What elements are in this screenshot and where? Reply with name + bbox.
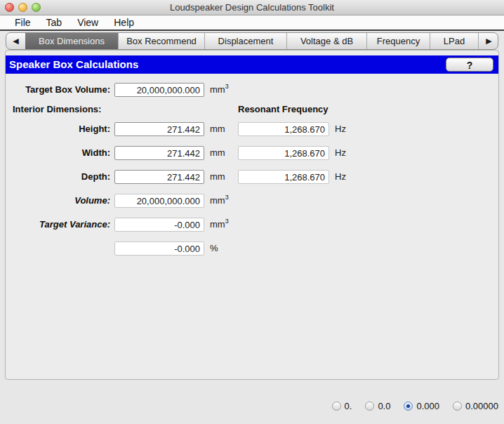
radio-icon[interactable] <box>453 402 462 411</box>
precision-option-3[interactable]: 0.00000 <box>453 401 498 411</box>
tab-displacement[interactable]: Displacement <box>204 33 286 49</box>
interior-dimensions-heading: Interior Dimensions: <box>13 102 101 117</box>
height-frequency-unit: Hz <box>335 122 346 136</box>
resonant-frequency-heading: Resonant Frequency <box>238 102 329 117</box>
target-variance-label: Target Variance: <box>6 218 110 232</box>
tab-lpad[interactable]: LPad <box>430 33 478 49</box>
titlebar: Loudspeaker Design Calculations Toolkit <box>0 0 504 15</box>
precision-option-3-label: 0.00000 <box>465 401 498 411</box>
section-header-row: Interior Dimensions: Resonant Frequency <box>6 102 498 117</box>
target-box-volume-row: Target Box Volume: mm3 <box>6 83 498 97</box>
target-box-volume-input[interactable] <box>114 83 204 97</box>
volume-label: Volume: <box>6 194 110 208</box>
width-unit: mm <box>210 146 225 160</box>
height-label: Height: <box>6 122 110 136</box>
target-box-volume-unit: mm3 <box>210 83 229 97</box>
precision-option-1-label: 0.0 <box>378 401 390 411</box>
tab-frequency[interactable]: Frequency <box>366 33 430 49</box>
depth-frequency-unit: Hz <box>335 170 346 184</box>
panel-title: Speaker Box Calculations <box>9 55 138 74</box>
box-dimensions-panel: Speaker Box Calculations ? Target Box Vo… <box>5 50 499 380</box>
depth-frequency-field[interactable] <box>238 170 329 184</box>
variance-percent-row: % <box>6 241 498 256</box>
target-variance-field[interactable] <box>114 218 204 232</box>
app-window: Loudspeaker Design Calculations Toolkit … <box>0 0 504 424</box>
height-frequency-field[interactable] <box>238 122 329 136</box>
precision-option-0-label: 0. <box>345 401 352 411</box>
window-title: Loudspeaker Design Calculations Toolkit <box>0 0 504 15</box>
menu-file[interactable]: File <box>7 15 39 29</box>
width-label: Width: <box>6 146 110 160</box>
help-button[interactable]: ? <box>446 58 493 72</box>
height-unit: mm <box>210 122 225 136</box>
tab-voltage-db[interactable]: Voltage & dB <box>286 33 366 49</box>
volume-field[interactable] <box>114 194 204 208</box>
target-variance-unit: mm3 <box>210 218 229 232</box>
precision-option-2-label: 0.000 <box>416 401 439 411</box>
variance-percent-field[interactable] <box>114 241 204 256</box>
panel-header: Speaker Box Calculations ? <box>6 55 498 74</box>
menu-help[interactable]: Help <box>106 15 142 29</box>
width-input[interactable] <box>114 146 204 160</box>
precision-footer: 0. 0.0 0.000 0.00000 <box>0 395 498 416</box>
radio-selected-icon[interactable] <box>404 402 413 411</box>
volume-unit: mm3 <box>210 194 229 208</box>
menu-tab[interactable]: Tab <box>39 15 70 29</box>
target-box-volume-label: Target Box Volume: <box>6 83 110 97</box>
depth-row: Depth: mm Hz <box>6 170 498 184</box>
tab-box-recommend[interactable]: Box Recommend <box>118 33 204 49</box>
precision-option-0[interactable]: 0. <box>332 401 352 411</box>
tab-bar: ◀ Box Dimensions Box Recommend Displacem… <box>6 32 498 50</box>
height-input[interactable] <box>114 122 204 136</box>
height-row: Height: mm Hz <box>6 122 498 136</box>
target-variance-row: Target Variance: mm3 <box>6 218 498 232</box>
depth-input[interactable] <box>114 170 204 184</box>
volume-row: Volume: mm3 <box>6 194 498 208</box>
variance-percent-unit: % <box>210 241 218 256</box>
width-frequency-unit: Hz <box>335 146 346 160</box>
width-row: Width: mm Hz <box>6 146 498 160</box>
tab-scroll-left-icon[interactable]: ◀ <box>6 33 25 49</box>
depth-unit: mm <box>210 170 225 184</box>
radio-icon[interactable] <box>332 402 341 411</box>
precision-option-2[interactable]: 0.000 <box>404 401 439 411</box>
tab-box-dimensions[interactable]: Box Dimensions <box>25 33 118 49</box>
depth-label: Depth: <box>6 170 110 184</box>
tab-scroll-right-icon[interactable]: ▶ <box>478 33 498 49</box>
radio-icon[interactable] <box>365 402 374 411</box>
menubar: File Tab View Help <box>0 15 504 31</box>
precision-option-1[interactable]: 0.0 <box>365 401 390 411</box>
menu-view[interactable]: View <box>69 15 106 29</box>
width-frequency-field[interactable] <box>238 146 329 160</box>
